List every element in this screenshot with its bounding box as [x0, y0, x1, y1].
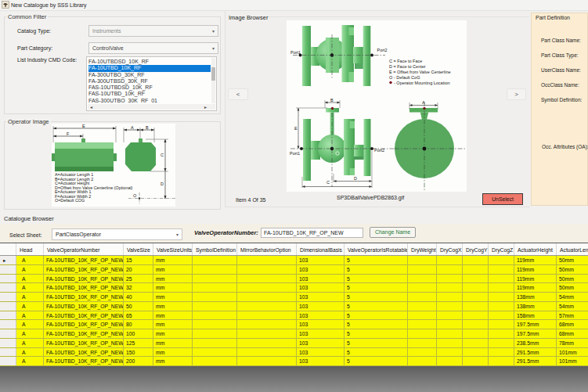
svg-text:E: E — [82, 124, 85, 128]
svg-text:C: C — [161, 153, 164, 157]
svg-text:E = Offset from Valve Centerli: E = Offset from Valve Centerline — [389, 70, 451, 74]
svg-text:A: A — [422, 100, 425, 105]
svg-text:Port1: Port1 — [290, 151, 300, 156]
svg-text:E: E — [294, 126, 298, 131]
svg-text:D = Face to Center: D = Face to Center — [389, 64, 426, 69]
svg-text:Port1: Port1 — [290, 50, 301, 55]
svg-text:A: A — [131, 125, 134, 130]
svg-text:B: B — [146, 125, 149, 130]
svg-text:C = Face to Face: C = Face to Face — [389, 59, 422, 63]
svg-text:O - Default CoG: O - Default CoG — [389, 75, 420, 80]
svg-text:C: C — [326, 180, 330, 185]
svg-text:O: O — [133, 193, 137, 198]
svg-text:D: D — [354, 176, 357, 181]
svg-text:O=Default COG: O=Default COG — [55, 198, 85, 203]
svg-text:Port2: Port2 — [374, 148, 384, 153]
svg-text:- Operator Mounting Location: - Operator Mounting Location — [394, 81, 450, 85]
svg-text:D: D — [161, 182, 164, 186]
svg-text:B: B — [330, 98, 334, 102]
svg-text:Port2: Port2 — [377, 48, 388, 52]
